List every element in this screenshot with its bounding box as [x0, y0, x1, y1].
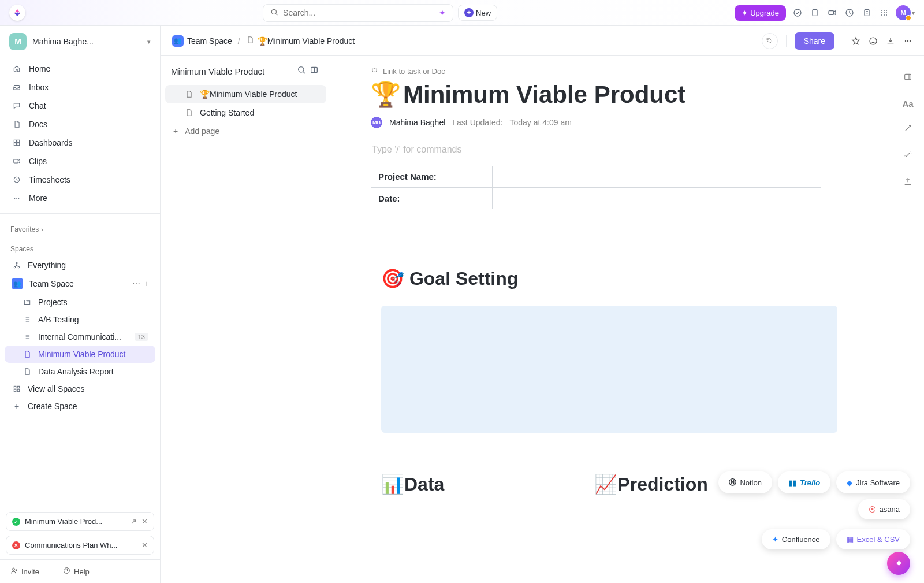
sidebar-toggle-icon[interactable] [308, 65, 321, 77]
typography-icon[interactable]: Aa [902, 99, 913, 109]
close-icon[interactable]: ✕ [141, 517, 148, 526]
export-icon[interactable] [903, 177, 912, 188]
app-logo[interactable] [9, 5, 25, 21]
tree-ab-testing[interactable]: A/B Testing [5, 311, 155, 328]
clips-icon [12, 157, 22, 165]
tree-internal-comm[interactable]: Internal Communicati...13 [5, 328, 155, 346]
wand-icon[interactable] [903, 124, 912, 135]
notepad-icon[interactable] [861, 7, 873, 18]
more-icon[interactable]: ⋯ [132, 279, 140, 288]
heading-goal-setting[interactable]: 🎯 Goal Setting [381, 268, 821, 289]
link-to-task[interactable]: Link to task or Doc [371, 66, 821, 76]
command-placeholder[interactable]: Type '/' for commands [371, 144, 821, 155]
tree-label: Everything [28, 261, 148, 270]
ai-fab-button[interactable]: ✦ [887, 552, 910, 575]
tree-everything[interactable]: Everything [5, 257, 155, 274]
doc-meta: MB Mahima Baghel Last Updated: Today at … [371, 117, 821, 128]
favorites-section[interactable]: Favorites› [0, 217, 160, 237]
doc-icon [12, 120, 22, 128]
help-button[interactable]: Help [63, 567, 90, 576]
checkmark-icon[interactable] [792, 7, 803, 18]
svg-rect-29 [14, 389, 16, 392]
pill-notion[interactable]: ⓃNotion [718, 471, 772, 493]
star-icon[interactable] [851, 36, 860, 46]
callout-block[interactable] [381, 306, 837, 433]
tree-mvp[interactable]: Minimum Viable Product [5, 346, 155, 363]
invite-button[interactable]: Invite [10, 567, 39, 576]
close-icon[interactable]: ✕ [141, 541, 148, 549]
global-search[interactable]: Search... ✦ [263, 4, 453, 22]
nav-docs[interactable]: Docs [5, 115, 155, 133]
folder-icon [22, 298, 32, 306]
more-icon[interactable] [903, 36, 912, 46]
row-project-value[interactable] [493, 166, 821, 188]
svg-point-7 [884, 10, 885, 11]
apps-grid-icon[interactable] [878, 7, 890, 18]
breadcrumb-doc[interactable]: 🏆Minimum Viable Product [246, 36, 355, 46]
panel-icon[interactable] [903, 72, 912, 84]
pill-confluence[interactable]: ✦Confluence [762, 529, 830, 549]
tree-view-all[interactable]: View all Spaces [5, 380, 155, 398]
magic-icon[interactable] [903, 150, 912, 162]
doc-title[interactable]: 🏆Minimum Viable Product [371, 80, 821, 109]
recent-item-mvp[interactable]: ✓ Minimum Viable Prod... ↗ ✕ [6, 512, 154, 531]
pill-excel[interactable]: ▦Excel & CSV [836, 529, 910, 549]
pill-trello[interactable]: ▮▮Trello [778, 471, 830, 493]
help-icon [63, 567, 70, 576]
svg-rect-30 [17, 389, 20, 392]
svg-point-23 [18, 198, 20, 199]
nav-more[interactable]: More [5, 189, 155, 207]
tree-team-space[interactable]: 👥Team Space⋯+ [5, 274, 155, 294]
tree-projects[interactable]: Projects [5, 294, 155, 311]
recent-item-comm[interactable]: ✕ Communications Plan Wh... ✕ [6, 536, 154, 555]
clipboard-icon[interactable] [809, 7, 821, 18]
status-error-icon: ✕ [12, 541, 20, 549]
author-name[interactable]: Mahima Baghel [389, 118, 445, 127]
nav-label: Home [29, 64, 50, 73]
nav-home[interactable]: Home [5, 60, 155, 78]
breadcrumb-separator: / [238, 36, 240, 46]
nav-timesheets[interactable]: Timesheets [5, 170, 155, 189]
svg-point-1 [794, 9, 801, 16]
plus-icon: + [173, 127, 178, 136]
ai-sparkle-icon[interactable]: ✦ [439, 8, 446, 17]
heading-data[interactable]: 📊Data [381, 473, 444, 495]
download-icon[interactable] [886, 36, 895, 46]
svg-point-34 [870, 38, 877, 44]
svg-point-6 [881, 10, 882, 11]
new-button[interactable]: + New [458, 5, 497, 21]
panel-item-getting-started[interactable]: Getting Started [165, 103, 326, 122]
info-table[interactable]: Project Name: Date: [371, 165, 821, 210]
tree-create-space[interactable]: +Create Space [5, 398, 155, 415]
breadcrumb-space[interactable]: 👥Team Space [172, 35, 232, 47]
pill-asana[interactable]: ⦿asana [858, 499, 910, 519]
nav-chat[interactable]: Chat [5, 96, 155, 115]
network-icon [12, 261, 22, 269]
comment-icon[interactable] [869, 36, 878, 46]
workspace-switcher[interactable]: M Mahima Baghe... ▾ [0, 26, 160, 57]
nav-clips[interactable]: Clips [5, 152, 155, 170]
nav-dashboards[interactable]: Dashboards [5, 133, 155, 152]
video-icon[interactable] [826, 7, 838, 18]
sidebar: M Mahima Baghe... ▾ Home Inbox Chat Docs… [0, 26, 161, 583]
upgrade-button[interactable]: ✦ Upgrade [735, 5, 786, 21]
clock-icon[interactable] [844, 7, 855, 18]
panel-title: Minimum Viable Product [171, 66, 295, 76]
tag-button[interactable] [762, 33, 778, 49]
svg-rect-2 [813, 10, 817, 16]
pill-jira[interactable]: ◆Jira Software [836, 471, 910, 493]
panel-item-mvp[interactable]: 🏆Minimum Viable Product [165, 85, 326, 103]
share-button[interactable]: Share [795, 32, 834, 50]
plus-icon[interactable]: + [144, 279, 148, 288]
upgrade-label: Upgrade [750, 9, 779, 17]
user-menu[interactable]: M ▾ [896, 5, 915, 20]
search-icon [270, 8, 278, 18]
open-icon[interactable]: ↗ [131, 517, 137, 526]
nav-inbox[interactable]: Inbox [5, 78, 155, 96]
tree-data-report[interactable]: Data Analysis Report [5, 363, 155, 380]
search-icon[interactable] [295, 65, 308, 77]
nav-label: Docs [29, 120, 47, 129]
recent-label: Communications Plan Wh... [25, 541, 137, 549]
row-date-value[interactable] [493, 188, 821, 210]
add-page-button[interactable]: +Add page [165, 122, 326, 140]
